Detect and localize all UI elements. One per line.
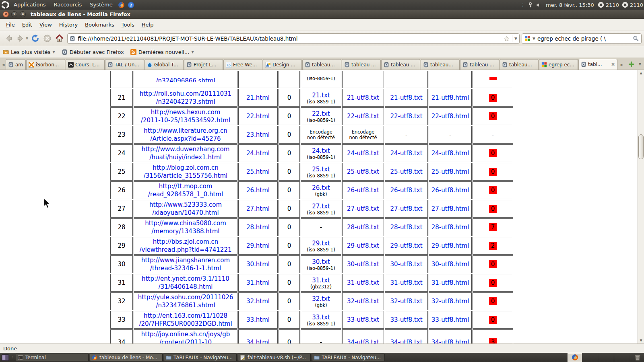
utf8-txt-link[interactable]: 22-utf8.txt	[390, 112, 422, 120]
tab-13[interactable]: tableau...	[500, 59, 539, 70]
source-url-link[interactable]: http://bbs.zjol.com.cn/viewthread.php?ti…	[140, 238, 232, 254]
panel-menu-2[interactable]: Système	[86, 0, 116, 10]
html-file-link[interactable]: 34.html	[246, 338, 270, 343]
utf8-txt-link[interactable]: 28-utf8.txt	[390, 223, 422, 231]
list-all-tabs-icon[interactable]: ▼	[637, 59, 643, 69]
window-minimize-button[interactable]: ▾	[11, 11, 17, 17]
panel-menu-0[interactable]: Applications	[10, 0, 50, 10]
tab-scroll-right-icon[interactable]: ►	[619, 60, 625, 70]
utf8-txt-link[interactable]: 24-utf8.txt	[390, 149, 422, 157]
source-url-link[interactable]: http://www.523333.com/xiaoyuan/10470.htm…	[149, 201, 222, 217]
taskbar-button-2[interactable]: TABLEAUX - Navigateu...	[164, 354, 237, 361]
search-bar[interactable]: ▼ egrep echec de pirage ( \	[522, 33, 642, 44]
taskbar-button-1[interactable]: tableaux de liens - Mo...	[90, 354, 163, 361]
utf8-txt-link[interactable]: 33-utf8.txt	[347, 316, 379, 324]
html-file-link[interactable]: 32.html	[246, 297, 270, 305]
utf8-html-link[interactable]: 31-utf8.html	[431, 279, 469, 287]
txt-file-link[interactable]: 33.txt	[312, 313, 330, 321]
tab-5[interactable]: Projet L...	[184, 59, 223, 70]
utf8-txt-link[interactable]: 34-utf8.txt	[347, 338, 379, 343]
stop-button[interactable]	[41, 33, 53, 45]
scroll-up-icon[interactable]: ▲	[638, 70, 644, 76]
html-file-link[interactable]: 22.html	[246, 112, 270, 120]
source-url-link[interactable]: http://www.jiangshanren.com/thread-32346…	[141, 256, 230, 272]
search-engine-dropdown-icon[interactable]: ▼	[533, 37, 535, 41]
url-bar[interactable]: file:///home/2011/e21104081/PROJET-MOT-S…	[67, 33, 520, 44]
taskbar-button-3[interactable]: fait-tableau-v8.sh (~/P...	[238, 354, 311, 361]
html-file-link[interactable]: 23.html	[246, 131, 270, 139]
source-url-link[interactable]: http://news.hexun.com/2011-10-25/1345345…	[141, 108, 230, 124]
window-maximize-button[interactable]: ▪	[20, 11, 26, 17]
utf8-txt-link[interactable]: 31-utf8.txt	[390, 279, 422, 287]
help-launcher-icon[interactable]: ?	[126, 0, 136, 9]
bookmark-item-2[interactable]: Dernières nouvell...▼	[130, 49, 194, 55]
txt-file-link[interactable]: 24.txt	[312, 147, 330, 155]
window-titlebar[interactable]: × ▾ ▪ tableaux de liens - Mozilla Firefo…	[0, 10, 644, 19]
utf8-html-link[interactable]: 24-utf8.html	[431, 149, 469, 157]
menu-history[interactable]: History	[56, 19, 81, 31]
txt-file-link[interactable]: 32.txt	[312, 295, 330, 303]
tab-15[interactable]: tabl...×	[578, 59, 617, 70]
utf8-txt-link[interactable]: 25-utf8.txt	[390, 168, 422, 176]
utf8-txt-link[interactable]: 26-utf8.txt	[347, 186, 379, 194]
source-url-link[interactable]: http://blog.zol.com.cn/3156/article_3155…	[144, 164, 228, 180]
source-url-link[interactable]: http://www.duwenzhang.com/huati/huiyi/in…	[142, 145, 230, 161]
menu-view[interactable]: View	[36, 19, 56, 31]
bookmark-item-0[interactable]: Les plus visités▼	[3, 49, 55, 55]
session-badge[interactable]: 2110	[622, 2, 643, 8]
volume-icon[interactable]	[536, 2, 542, 8]
tab-10[interactable]: tableau ...	[381, 59, 420, 70]
menu-edit[interactable]: Edit	[19, 19, 36, 31]
scrollbar-thumb[interactable]	[638, 134, 644, 159]
source-url-link[interactable]: http://ent.ynet.com/3.1/1110/31/6406148.…	[142, 275, 229, 291]
utf8-txt-link[interactable]: 24-utf8.txt	[347, 149, 379, 157]
tab-0[interactable]: am...	[6, 59, 26, 70]
utf8-txt-link[interactable]: 33-utf8.txt	[390, 316, 422, 324]
html-file-link[interactable]: 27.html	[246, 205, 270, 213]
tab-3[interactable]: TAL / Un...	[105, 59, 144, 70]
scroll-down-icon[interactable]: ▼	[638, 337, 644, 343]
source-url-link[interactable]: http://ent.163.com/11/1028/20/7HFRC5UR00…	[139, 312, 232, 328]
utf8-txt-link[interactable]: 31-utf8.txt	[347, 279, 379, 287]
html-file-link[interactable]: 25.html	[246, 168, 270, 176]
forward-button[interactable]	[14, 33, 27, 45]
tab-12[interactable]: tableau ...	[460, 59, 499, 70]
utf8-txt-link[interactable]: 32-utf8.txt	[390, 297, 422, 305]
keyring-icon[interactable]	[527, 2, 533, 8]
tab-14[interactable]: egrep ec...	[539, 59, 578, 70]
workspace-switcher-icon[interactable]	[1, 354, 9, 361]
utf8-html-link[interactable]: 32-utf8.html	[431, 297, 469, 305]
utf8-txt-link[interactable]: 25-utf8.txt	[347, 168, 379, 176]
menu-bookmarks[interactable]: Bookmarks	[81, 19, 118, 31]
source-url-link[interactable]: http://www.literature.org.cn/Article.asp…	[144, 127, 227, 143]
utf8-txt-link[interactable]: 22-utf8.txt	[347, 112, 379, 120]
utf8-txt-link[interactable]: 21-utf8.txt	[390, 94, 422, 102]
tab-8[interactable]: tableau...	[302, 59, 341, 70]
menu-tools[interactable]: Tools	[118, 19, 138, 31]
utf8-txt-link[interactable]: 27-utf8.txt	[347, 205, 379, 213]
source-url-link[interactable]: http://yule.sohu.com/20111026/n323476861…	[138, 293, 233, 309]
html-file-link[interactable]: 21.html	[246, 94, 270, 102]
source-url-link[interactable]: /n324096866.shtml	[156, 77, 215, 82]
utf8-txt-link[interactable]: 29-utf8.txt	[390, 242, 422, 250]
vertical-scrollbar[interactable]: ▲ ▼	[638, 70, 644, 343]
source-url-link[interactable]: http://www.china5080.com/memory/134388.h…	[145, 219, 226, 235]
firefox-launcher-icon[interactable]	[117, 0, 126, 9]
tab-2[interactable]: Cours: L...	[66, 59, 105, 70]
home-button[interactable]	[53, 33, 65, 45]
utf8-html-link[interactable]: 27-utf8.html	[431, 205, 469, 213]
utf8-html-link[interactable]: 22-utf8.html	[431, 112, 469, 120]
utf8-html-link[interactable]: 28-utf8.html	[431, 223, 469, 231]
panel-menu-1[interactable]: Raccourcis	[50, 0, 86, 10]
html-file-link[interactable]: 31.html	[246, 279, 270, 287]
window-close-button[interactable]: ×	[3, 11, 9, 17]
utf8-txt-link[interactable]: 21-utf8.txt	[347, 94, 379, 102]
new-tab-button[interactable]	[626, 59, 636, 69]
source-url-link[interactable]: http://joy.online.sh.cn/joys/gb/content/…	[141, 330, 230, 343]
utf8-txt-link[interactable]: 28-utf8.txt	[347, 223, 379, 231]
menu-help[interactable]: Help	[138, 19, 157, 31]
utf8-txt-link[interactable]: 29-utf8.txt	[347, 242, 379, 250]
ubuntu-logo-icon[interactable]	[1, 0, 10, 9]
search-magnifier-icon[interactable]	[633, 35, 639, 41]
utf8-txt-link[interactable]: 27-utf8.txt	[390, 205, 422, 213]
